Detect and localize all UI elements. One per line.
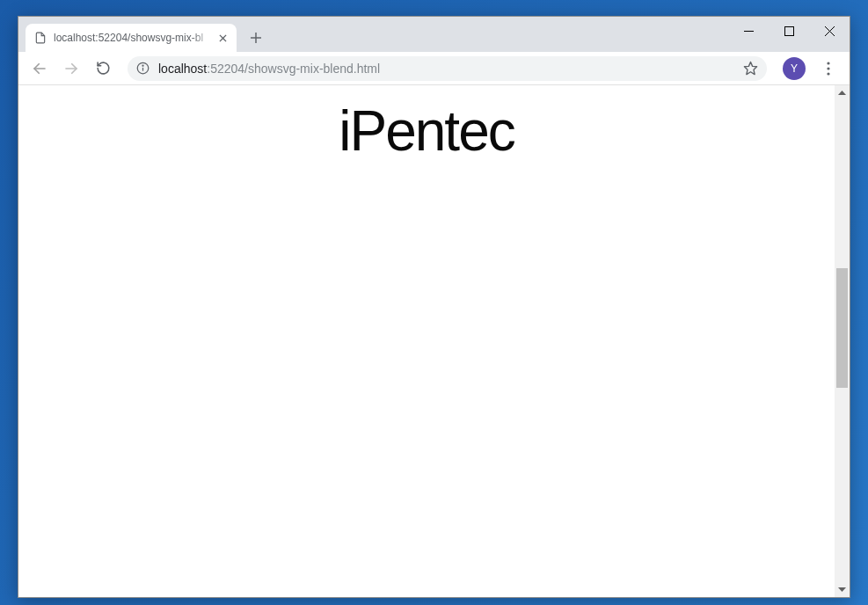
address-bar[interactable]: localhost:52204/showsvg-mix-blend.html [128, 56, 767, 81]
toolbar: localhost:52204/showsvg-mix-blend.html Y [18, 52, 850, 85]
browser-tab[interactable]: localhost:52204/showsvg-mix-bl [26, 24, 237, 52]
viewport: iPentec [18, 85, 850, 597]
avatar-initial: Y [791, 62, 798, 75]
new-tab-button[interactable] [244, 26, 268, 50]
svg-rect-5 [784, 26, 793, 35]
svg-marker-13 [744, 62, 756, 74]
overflow-menu-button[interactable] [814, 55, 842, 83]
url-host: localhost [158, 62, 207, 76]
back-button[interactable] [26, 55, 54, 83]
bookmark-icon[interactable] [743, 61, 758, 76]
title-bar: localhost:52204/showsvg-mix-bl [18, 17, 850, 52]
svg-point-12 [142, 65, 143, 66]
maximize-button[interactable] [769, 17, 809, 45]
close-button[interactable] [809, 17, 850, 45]
tab-close-icon[interactable] [215, 31, 230, 45]
page-icon [34, 32, 47, 44]
scroll-down-icon[interactable] [835, 582, 850, 597]
ipentec-logo: iPentec [339, 98, 514, 164]
svg-point-16 [827, 72, 829, 75]
svg-marker-18 [838, 587, 846, 592]
site-info-icon[interactable] [136, 62, 150, 75]
tab-title: localhost:52204/showsvg-mix-bl [54, 32, 215, 44]
url-path: :52204/showsvg-mix-blend.html [207, 62, 380, 76]
scroll-up-icon[interactable] [835, 85, 850, 100]
svg-point-14 [827, 62, 829, 64]
scrollbar-thumb[interactable] [836, 268, 848, 388]
minimize-button[interactable] [728, 17, 769, 45]
profile-avatar[interactable]: Y [783, 57, 806, 80]
vertical-scrollbar[interactable] [835, 85, 850, 597]
browser-window: localhost:52204/showsvg-mix-bl [18, 16, 850, 598]
forward-button[interactable] [57, 55, 85, 83]
svg-point-15 [827, 67, 829, 69]
reload-button[interactable] [89, 55, 117, 83]
window-controls [728, 17, 850, 45]
page-content: iPentec [18, 85, 835, 597]
svg-marker-17 [838, 91, 846, 95]
